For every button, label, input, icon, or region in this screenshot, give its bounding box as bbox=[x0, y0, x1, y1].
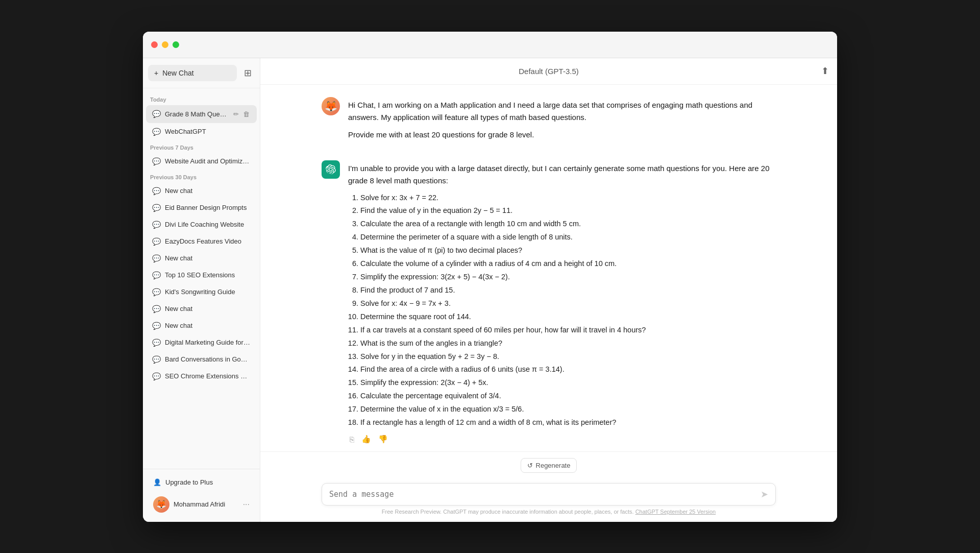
message-input-container: ➤ bbox=[322, 483, 776, 506]
regenerate-label: Regenerate bbox=[536, 462, 571, 469]
chat-icon: 💬 bbox=[152, 187, 161, 195]
thumbup-icon: 👍 bbox=[361, 435, 371, 443]
delete-icon[interactable]: 🗑 bbox=[242, 109, 251, 119]
sidebar-item-grade8[interactable]: 💬 Grade 8 Math Question ✏ 🗑 bbox=[146, 105, 257, 123]
sidebar-item-newchat3[interactable]: 💬 New chat bbox=[146, 301, 257, 317]
close-button[interactable] bbox=[151, 41, 158, 48]
math-question-item: Calculate the percentage equivalent of 3… bbox=[360, 390, 776, 402]
chat-icon: 💬 bbox=[152, 204, 161, 212]
math-question-item: Solve for x: 3x + 7 = 22. bbox=[360, 192, 776, 204]
math-question-item: Simplify the expression: 2(3x − 4) + 5x. bbox=[360, 377, 776, 389]
ai-intro-text: I'm unable to provide you with a large d… bbox=[348, 162, 776, 187]
user-profile-row[interactable]: 🦊 Mohammad Afridi ··· bbox=[147, 492, 256, 517]
user-message-content: Hi Chat, I am working on a Math applicat… bbox=[348, 97, 776, 146]
chat-icon: 💬 bbox=[152, 271, 161, 279]
section-30days: Previous 30 Days bbox=[143, 170, 260, 182]
main-content: Default (GPT-3.5) ⬆ 🦊 Hi Chat, I am work… bbox=[260, 58, 837, 522]
layout-icon-button[interactable]: ⊞ bbox=[241, 64, 255, 82]
chat-icon: 💬 bbox=[152, 110, 161, 118]
upgrade-label: Upgrade to Plus bbox=[165, 478, 213, 486]
math-question-item: Find the area of a circle with a radius … bbox=[360, 364, 776, 376]
user-message-para1: Hi Chat, I am working on a Math applicat… bbox=[348, 99, 776, 124]
user-menu-dots[interactable]: ··· bbox=[243, 500, 250, 509]
thumbdown-button[interactable]: 👎 bbox=[377, 433, 389, 445]
footer-text: Free Research Preview. ChatGPT may produ… bbox=[382, 509, 634, 515]
sidebar-item-bardconversations[interactable]: 💬 Bard Conversations in Google... bbox=[146, 351, 257, 368]
footer-link[interactable]: ChatGPT September 25 Version bbox=[635, 509, 716, 515]
sidebar-header: + New Chat ⊞ bbox=[143, 58, 260, 88]
sidebar-item-newchat1[interactable]: 💬 New chat bbox=[146, 183, 257, 199]
maximize-button[interactable] bbox=[173, 41, 179, 48]
share-button[interactable]: ⬆ bbox=[821, 65, 829, 77]
chat-messages: 🦊 Hi Chat, I am working on a Math applic… bbox=[260, 85, 837, 451]
bottom-area: ↺ Regenerate ➤ Free Research Preview. Ch… bbox=[260, 451, 837, 522]
footer-disclaimer: Free Research Preview. ChatGPT may produ… bbox=[322, 506, 776, 518]
message-input[interactable] bbox=[329, 490, 756, 499]
math-question-item: Determine the value of x in the equation… bbox=[360, 403, 776, 416]
user-message-para2: Provide me with at least 20 questions fo… bbox=[348, 129, 776, 141]
item-actions: ✏ 🗑 bbox=[232, 109, 251, 119]
sidebar-item-eazydocs[interactable]: 💬 EazyDocs Features Video bbox=[146, 233, 257, 250]
ai-message-content: I'm unable to provide you with a large d… bbox=[348, 160, 776, 446]
message-actions: ⎘ 👍 👎 bbox=[348, 433, 776, 445]
sidebar-footer: 👤 Upgrade to Plus 🦊 Mohammad Afridi ··· bbox=[143, 469, 260, 522]
sidebar-item-digitalmarketing[interactable]: 💬 Digital Marketing Guide for St... bbox=[146, 334, 257, 351]
chat-item-label: New chat bbox=[165, 254, 251, 262]
math-question-item: Calculate the volume of a cylinder with … bbox=[360, 258, 776, 270]
sidebar-item-newchat2[interactable]: 💬 New chat bbox=[146, 250, 257, 267]
math-question-item: Find the product of 7 and 15. bbox=[360, 284, 776, 297]
sidebar-item-webchatgpt[interactable]: 💬 WebChatGPT bbox=[146, 124, 257, 140]
math-question-item: If a car travels at a constant speed of … bbox=[360, 324, 776, 336]
titlebar bbox=[143, 32, 837, 58]
minimize-button[interactable] bbox=[162, 41, 168, 48]
chat-icon: 💬 bbox=[152, 288, 161, 296]
math-question-item: Determine the perimeter of a square with… bbox=[360, 231, 776, 244]
sidebar-item-seochrome[interactable]: 💬 SEO Chrome Extensions 2023 bbox=[146, 368, 257, 384]
chat-item-label: New chat bbox=[165, 305, 251, 312]
chat-icon: 💬 bbox=[152, 221, 161, 229]
user-message-row: 🦊 Hi Chat, I am working on a Math applic… bbox=[322, 97, 776, 146]
copy-button[interactable]: ⎘ bbox=[348, 434, 356, 445]
user-message-text: Hi Chat, I am working on a Math applicat… bbox=[348, 99, 776, 141]
app-window: + New Chat ⊞ Today 💬 Grade 8 Math Questi… bbox=[143, 32, 837, 522]
sidebar-item-divilife[interactable]: 💬 Divi Life Coaching Website bbox=[146, 217, 257, 233]
layout-icon: ⊞ bbox=[244, 68, 252, 78]
chat-icon: 💬 bbox=[152, 237, 161, 246]
thumbup-button[interactable]: 👍 bbox=[360, 433, 373, 445]
ai-avatar bbox=[322, 160, 340, 179]
math-question-item: Determine the square root of 144. bbox=[360, 311, 776, 323]
chat-icon: 💬 bbox=[152, 128, 161, 136]
chat-icon: 💬 bbox=[152, 339, 161, 347]
sidebar-item-newchat4[interactable]: 💬 New chat bbox=[146, 318, 257, 334]
sidebar-item-eidbanner[interactable]: 💬 Eid Banner Design Prompts bbox=[146, 200, 257, 216]
regenerate-button[interactable]: ↺ Regenerate bbox=[521, 458, 577, 473]
chat-icon: 💬 bbox=[152, 372, 161, 380]
sidebar-item-top10seo[interactable]: 💬 Top 10 SEO Extensions bbox=[146, 267, 257, 283]
new-chat-label: New Chat bbox=[162, 69, 193, 77]
thumbdown-icon: 👎 bbox=[378, 435, 388, 443]
chat-item-label: Grade 8 Math Question bbox=[165, 110, 228, 118]
chat-icon: 💬 bbox=[152, 355, 161, 364]
upgrade-to-plus-button[interactable]: 👤 Upgrade to Plus bbox=[147, 474, 256, 490]
ai-message-text: I'm unable to provide you with a large d… bbox=[348, 162, 776, 429]
chat-item-label: Divi Life Coaching Website bbox=[165, 221, 251, 228]
math-question-item: Solve for x: 4x − 9 = 7x + 3. bbox=[360, 298, 776, 310]
edit-icon[interactable]: ✏ bbox=[232, 109, 240, 119]
chat-item-label: WebChatGPT bbox=[165, 128, 251, 135]
model-title: Default (GPT-3.5) bbox=[519, 67, 579, 76]
plus-icon: + bbox=[154, 69, 158, 77]
math-question-item: Find the value of y in the equation 2y −… bbox=[360, 205, 776, 217]
math-question-item: What is the value of π (pi) to two decim… bbox=[360, 245, 776, 257]
chat-item-label: Bard Conversations in Google... bbox=[165, 355, 251, 363]
sidebar-item-websiteaudit[interactable]: 💬 Website Audit and Optimizatio... bbox=[146, 153, 257, 170]
send-button[interactable]: ➤ bbox=[761, 489, 768, 500]
ai-message-row: I'm unable to provide you with a large d… bbox=[322, 160, 776, 446]
avatar: 🦊 bbox=[153, 496, 169, 513]
sidebar-item-kidssong[interactable]: 💬 Kid's Songwriting Guide bbox=[146, 284, 257, 300]
user-avatar: 🦊 bbox=[322, 97, 340, 115]
new-chat-button[interactable]: + New Chat bbox=[148, 65, 237, 81]
chat-icon: 💬 bbox=[152, 157, 161, 165]
chat-icon: 💬 bbox=[152, 254, 161, 262]
regenerate-icon: ↺ bbox=[527, 462, 533, 469]
math-question-item: Simplify the expression: 3(2x + 5) − 4(3… bbox=[360, 271, 776, 283]
